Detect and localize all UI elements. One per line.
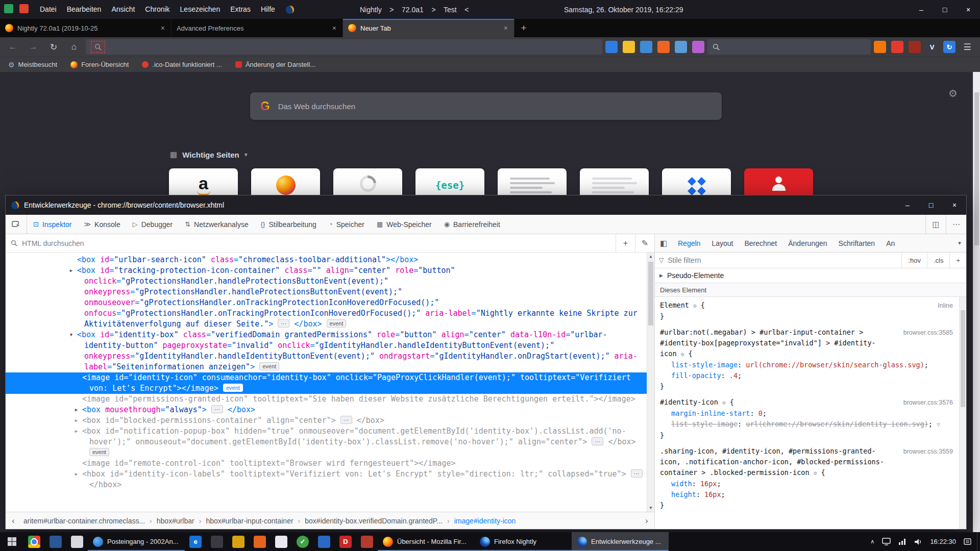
dock-options-icon[interactable]: ◫	[925, 215, 946, 234]
new-tab-button[interactable]: +	[514, 19, 533, 37]
collapse-twisty-icon[interactable]: ▼	[68, 330, 75, 340]
selector-highlighter-icon[interactable]: ⚙	[722, 399, 726, 406]
event-badge[interactable]: event	[223, 384, 243, 392]
three-pane-toggle-icon[interactable]: ◧	[655, 239, 672, 248]
cls-toggle[interactable]: .cls	[927, 253, 950, 268]
url-bar[interactable]	[86, 39, 602, 55]
css-declaration[interactable]: fill-opacity: .4;	[660, 370, 953, 381]
bookmark-item[interactable]: Foren-Übersicht	[70, 61, 129, 68]
scrollbar-thumb[interactable]	[648, 262, 653, 325]
taskbar-task[interactable]: Entwicklerwerkzeuge ...	[572, 532, 669, 551]
tool-tab-web-speicher[interactable]: ▦Web-Speicher	[371, 215, 438, 234]
newtab-search[interactable]: G Das Web durchsuchen	[250, 92, 722, 120]
markup-node-urlbar-search-icon[interactable]: <box id="urlbar-search-icon" class="chro…	[6, 255, 648, 265]
toolbar-extension-icon-5[interactable]	[675, 41, 687, 53]
taskbar-app-icon[interactable]	[232, 536, 244, 548]
forward-button[interactable]: →	[24, 39, 42, 55]
breadcrumb-item[interactable]: box#identity-box.verifiedDomain.grantedP…	[301, 517, 446, 525]
settings-gear-icon[interactable]: ⚙	[948, 87, 958, 99]
devtools-maximize-button[interactable]: □	[919, 195, 943, 215]
eyedropper-icon[interactable]: ✎	[635, 234, 654, 252]
taskbar-app-icon[interactable]: D	[339, 536, 352, 548]
toolbar-extension-icon-5[interactable]: ↻	[943, 41, 955, 53]
taskbar-app-icon[interactable]	[28, 536, 40, 548]
event-badge[interactable]: event	[259, 362, 279, 370]
rule-source-link[interactable]: Inline	[938, 300, 953, 311]
top-sites-header[interactable]: ▦ Wichtige Seiten ▾	[170, 150, 248, 159]
tab-close-icon[interactable]: ×	[331, 24, 337, 32]
rule-source-link[interactable]: browser.css:3576	[903, 397, 953, 408]
expand-twisty-icon[interactable]: ▶	[73, 426, 80, 437]
tool-tab-netzwerkanalyse[interactable]: ⇅Netzwerkanalyse	[179, 215, 255, 234]
taskbar-app-icon[interactable]	[211, 536, 223, 548]
rule-source-link[interactable]: browser.css:3585	[903, 328, 953, 338]
pseudo-elements-header[interactable]: ▶ Pseudo-Elemente	[655, 268, 966, 283]
taskbar-app-icon[interactable]	[275, 536, 287, 548]
page-scrollbar[interactable]	[973, 72, 980, 532]
css-declaration[interactable]: margin-inline-start: 0;	[660, 408, 953, 419]
breadcrumb-item[interactable]: hbox#urlbar	[153, 517, 198, 525]
css-declaration[interactable]: width: 16px;	[660, 479, 953, 489]
scrollbar-thumb[interactable]	[961, 310, 965, 407]
menu-item-bearbeiten[interactable]: Bearbeiten	[62, 0, 107, 19]
inline-ellipsis-badge[interactable]: ⋯	[631, 469, 643, 478]
menu-item-lesezeichen[interactable]: Lesezeichen	[175, 0, 226, 19]
bookmark-item[interactable]: ⚙Meistbesucht	[8, 61, 57, 69]
reload-button[interactable]: ↻	[45, 39, 62, 55]
network-icon[interactable]	[898, 538, 906, 545]
devtools-titlebar[interactable]: Entwicklerwerkzeuge - chrome://browser/c…	[6, 195, 966, 215]
rule-source-link[interactable]: browser.css:3559	[903, 446, 953, 457]
devtools-minimize-button[interactable]: –	[896, 195, 919, 215]
tool-tab-stilbearbeitung[interactable]: {}Stilbearbeitung	[255, 215, 323, 234]
style-filter-input[interactable]: Stile filtern	[668, 256, 901, 264]
expand-twisty-icon[interactable]: ▶	[68, 265, 75, 276]
markup-node-box[interactable]: ▶<box mousethrough="always"> ⋯ </box>	[6, 405, 648, 415]
taskbar-app-icon[interactable]: ✓	[297, 536, 309, 548]
css-declaration[interactable]: list-style-image: url(chrome://browser/s…	[660, 419, 953, 430]
taskbar-clock[interactable]: 16:22:30	[930, 538, 956, 545]
breadcrumb-item[interactable]: hbox#urlbar-input-container	[202, 517, 297, 525]
markup-node-blocked-permissions-container[interactable]: ▶<box id="blocked-permissions-container"…	[6, 415, 648, 426]
css-declaration[interactable]: height: 16px;	[660, 489, 953, 500]
inline-ellipsis-badge[interactable]: ⋯	[592, 437, 603, 445]
action-center-icon[interactable]	[964, 538, 972, 545]
show-desktop-button[interactable]	[977, 532, 980, 551]
toolbar-extension-icon-1[interactable]	[605, 41, 618, 53]
event-badge[interactable]: event	[327, 319, 347, 328]
monitor-icon[interactable]	[882, 538, 891, 545]
markup-scrollbar[interactable]: ▲ ▼	[647, 253, 654, 512]
scroll-up-arrow-icon[interactable]: ▲	[647, 253, 654, 260]
markup-node-identity-icon[interactable]: <image id="identity-icon" consumeanchor=…	[6, 372, 648, 394]
toolbar-extension-icon-2[interactable]	[623, 41, 635, 53]
tabs-overflow-chevron-icon[interactable]: ▾	[953, 240, 966, 246]
expand-twisty-icon[interactable]: ▶	[73, 469, 80, 480]
event-badge[interactable]: event	[89, 448, 109, 456]
html-search-input[interactable]: HTML durchsuchen	[22, 239, 616, 247]
inline-ellipsis-badge[interactable]: ⋯	[211, 405, 223, 413]
start-button[interactable]	[0, 532, 23, 551]
taskbar-task[interactable]: Firefox Nightly	[475, 532, 572, 551]
toolbar-extension-icon-6[interactable]	[692, 41, 704, 53]
menu-item-extras[interactable]: Extras	[225, 0, 256, 19]
markup-node-permissions-granted-icon[interactable]: <image id="permissions-granted-icon" too…	[6, 394, 648, 405]
tray-chevron-icon[interactable]: ∧	[870, 538, 874, 545]
expand-twisty-icon[interactable]: ▶	[659, 273, 663, 278]
minimize-button[interactable]: –	[910, 0, 933, 19]
inline-ellipsis-badge[interactable]: ⋯	[278, 319, 289, 328]
rule-selector[interactable]: .sharing-icon, #identity-icon, #permissi…	[660, 447, 884, 477]
bookmark-item[interactable]: Änderung der Darstell...	[235, 61, 315, 68]
devtools-close-button[interactable]: ×	[943, 195, 966, 215]
selector-highlighter-icon[interactable]: ⚙	[693, 303, 697, 309]
tool-tab-speicher[interactable]: ◔Speicher	[323, 215, 371, 234]
sidebar-tab-schriftarten[interactable]: Schriftarten	[833, 234, 881, 253]
rule-selector[interactable]: #identity-icon	[660, 398, 718, 406]
back-button[interactable]: ←	[4, 39, 21, 55]
markup-node-identity-box[interactable]: ▼<box id="identity-box" class="verifiedD…	[6, 330, 648, 372]
rule-selector[interactable]: Element	[660, 301, 689, 309]
search-bar[interactable]	[707, 39, 871, 55]
taskbar-task[interactable]: Übersicht - Mozilla Fir...	[378, 532, 475, 551]
sidebar-tab-layout[interactable]: Layout	[706, 234, 739, 253]
taskbar-app-icon[interactable]	[361, 536, 373, 548]
css-declaration[interactable]: list-style-image: url(chrome://browser/s…	[660, 360, 953, 370]
expand-twisty-icon[interactable]: ▶	[73, 405, 80, 415]
